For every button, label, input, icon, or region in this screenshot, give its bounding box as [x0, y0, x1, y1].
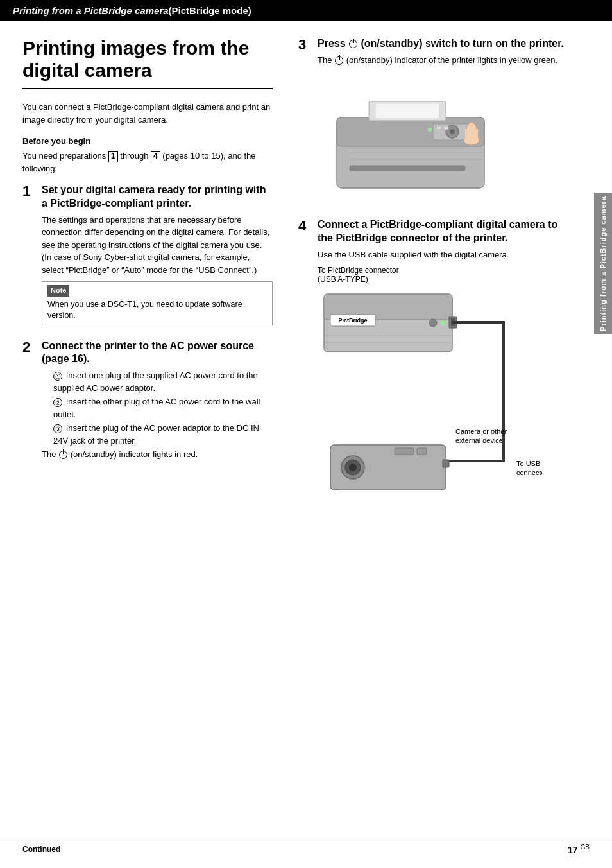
step-2-sub1: ① Insert one plug of the supplied AC pow… — [42, 369, 273, 394]
header-title-normal: (PictBridge mode) — [169, 5, 251, 16]
step-2-list: ① Insert one plug of the supplied AC pow… — [42, 369, 273, 447]
header-title-italic: Printing from a PictBridge camera — [13, 5, 169, 16]
svg-rect-3 — [375, 103, 439, 119]
note-box: Note When you use a DSC-T1, you need to … — [42, 281, 273, 325]
left-column: Printing images from the digital camera … — [0, 21, 289, 533]
step-3-content: Press (on/standby) switch to turn on the… — [318, 37, 571, 209]
right-column: 3 Press (on/standby) switch to turn on t… — [289, 21, 584, 533]
printer-svg — [318, 73, 523, 201]
step-2-number: 2 — [22, 340, 42, 355]
step-2-title: Connect the printer to the AC power sour… — [42, 340, 273, 367]
svg-point-32 — [349, 464, 357, 471]
step-4-content: Connect a PictBridge-compliant digital c… — [318, 218, 571, 508]
box-num-4: 4 — [151, 151, 160, 162]
page-number: 17 GB — [568, 844, 590, 855]
svg-rect-4 — [350, 166, 465, 171]
note-label: Note — [47, 285, 69, 296]
power-icon-step3 — [349, 40, 357, 48]
step-2-content: Connect the printer to the AC power sour… — [42, 340, 273, 461]
before-begin-prefix: You need preparations — [22, 151, 108, 161]
sidebar-text: Printing from a PictBridge camera — [599, 196, 607, 331]
svg-text:external device: external device — [455, 437, 503, 444]
svg-text:To USB: To USB — [516, 460, 540, 467]
connector-label: To PictBridge connector(USB A-TYPE) — [318, 266, 571, 284]
page-footer: Continued 17 GB — [0, 838, 612, 855]
note-text: When you use a DSC-T1, you need to updat… — [47, 299, 267, 322]
before-begin-heading: Before you begin — [22, 136, 273, 146]
page-title: Printing images from the digital camera — [22, 37, 273, 89]
continued-text: Continued — [22, 845, 60, 854]
svg-text:connector: connector — [516, 469, 542, 476]
step-2: 2 Connect the printer to the AC power so… — [22, 340, 273, 461]
sidebar-tab: Printing from a PictBridge camera — [594, 193, 612, 334]
step-1-body: The settings and operations that are nec… — [42, 214, 273, 277]
svg-rect-15 — [465, 129, 478, 141]
power-icon-step3b — [335, 56, 343, 65]
header-bar: Printing from a PictBridge camera (PictB… — [0, 0, 612, 21]
svg-text:PictBridge: PictBridge — [338, 317, 367, 324]
before-begin-text: You need preparations 1 through 4 (pages… — [22, 150, 273, 175]
main-content: Printing images from the digital camera … — [0, 21, 612, 533]
step-2-sub2: ② Insert the other plug of the AC power … — [42, 395, 273, 421]
svg-rect-9 — [443, 126, 448, 130]
step-1: 1 Set your digital camera ready for prin… — [22, 184, 273, 330]
step-3-body: The (on/standby) indicator of the printe… — [318, 54, 571, 67]
svg-rect-33 — [395, 448, 414, 455]
svg-text:Camera or other: Camera or other — [455, 428, 507, 435]
step-3-title: Press (on/standby) switch to turn on the… — [318, 37, 571, 51]
before-begin-through: through — [120, 151, 151, 161]
svg-rect-35 — [443, 460, 449, 467]
intro-text: You can connect a PictBridge-compliant d… — [22, 101, 273, 126]
step-4-body: Use the USB cable supplied with the digi… — [318, 248, 571, 261]
step-1-number: 1 — [22, 184, 42, 199]
svg-point-10 — [428, 128, 432, 132]
step-1-content: Set your digital camera ready for printi… — [42, 184, 273, 330]
printer-illustration — [318, 73, 571, 203]
step-4: 4 Connect a PictBridge-compliant digital… — [298, 218, 571, 508]
box-num-1: 1 — [108, 151, 118, 162]
pictbridge-diagram: To PictBridge connector(USB A-TYPE) Pict… — [318, 266, 571, 508]
step-4-title: Connect a PictBridge-compliant digital c… — [318, 218, 571, 245]
step-1-title: Set your digital camera ready for printi… — [42, 184, 273, 211]
step-3-number: 3 — [298, 37, 318, 53]
svg-rect-8 — [436, 126, 441, 130]
svg-rect-34 — [417, 448, 427, 455]
step-2-footer: The (on/standby) indicator lights in red… — [42, 448, 273, 461]
pictbridge-svg: PictBridge — [318, 288, 542, 506]
svg-point-7 — [450, 129, 455, 134]
svg-point-24 — [441, 321, 445, 325]
step-3: 3 Press (on/standby) switch to turn on t… — [298, 37, 571, 209]
step-4-number: 4 — [298, 218, 318, 234]
power-icon-step2 — [59, 451, 67, 459]
svg-point-25 — [429, 319, 437, 327]
step-2-sub3: ③ Insert the plug of the AC power adapto… — [42, 422, 273, 447]
